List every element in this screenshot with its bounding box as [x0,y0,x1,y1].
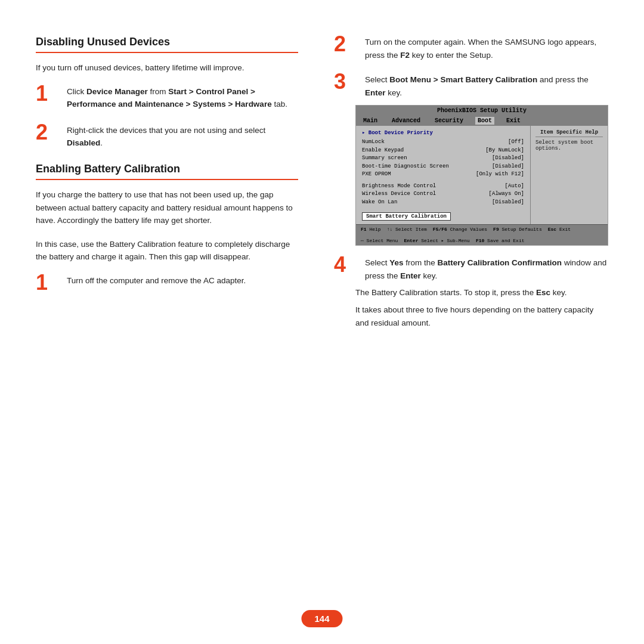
step-right-3-text: Select Boot Menu > Smart Battery Calibra… [365,73,608,99]
bios-footer-f10: F10 Save and Exit [476,238,525,243]
step-left-2: 2 Right-click the devices that you are n… [36,124,298,150]
bios-menu-bar: Main Advanced Security Boot Exit [356,116,608,126]
step-left-1-number: 1 [36,83,57,104]
page-number: 144 [301,610,342,627]
bios-group1: NumLock [Off] Enable Keypad [By NumLock]… [362,138,524,179]
step4-extra: The Battery Calibration starts. To stop … [355,286,608,330]
bios-group2: Brightness Mode Control [Auto] Wireless … [362,182,524,207]
step-left-2-text: Right-click the devices that you are not… [67,124,298,150]
step-battery-1: 1 Turn off the computer and remove the A… [36,274,298,293]
bios-row-summary: Summary screen [Disabled] [362,154,524,163]
bios-footer-lr: ↔ Select Menu [361,238,398,243]
bios-row-keypad: Enable Keypad [By NumLock] [362,147,524,155]
step-right-4: 4 Select Yes from the Battery Calibratio… [334,256,608,282]
section1-divider [36,52,298,53]
step-left-2-number: 2 [36,122,57,143]
bios-section-header: ▸ Boot Device Priority [362,129,524,136]
step-right-2-text: Turn on the computer again. When the SAM… [365,36,608,61]
bios-menu-advanced: Advanced [389,117,423,125]
section-disabling: Disabling Unused Devices If you turn off… [36,36,298,150]
step-left-1-text: Click Device Manager from Start > Contro… [67,85,298,111]
bios-main-panel: ▸ Boot Device Priority NumLock [Off] Ena… [356,126,530,224]
bios-menu-exit: Exit [504,117,523,125]
section1-intro: If you turn off unused devices, battery … [36,61,298,75]
bios-footer-f1: F1 Help [361,227,381,232]
section2-title: Enabling Battery Calibration [36,163,298,175]
section2-divider [36,179,298,180]
bios-row-pxe: PXE OPROM [Only with F12] [362,171,524,179]
step-right-2: 2 Turn on the computer again. When the S… [334,36,608,61]
step4-extra2: It takes about three to five hours depen… [355,304,608,329]
section1-title: Disabling Unused Devices [36,36,298,48]
step-right-2-number: 2 [334,33,355,55]
bios-calibration-button: Smart Battery Calibration [362,210,524,221]
bios-footer-esc: Esc Exit [548,227,571,232]
bios-help-text: Select system boot options. [535,140,603,151]
bios-footer-f9: F9 Setup Defaults [493,227,542,232]
bios-footer: F1 Help ↑↓ Select Item F5/F6 Change Valu… [356,224,608,245]
bios-footer-enter: Enter Select ▸ Sub-Menu [404,238,469,243]
bios-menu-boot: Boot [475,117,494,125]
bios-help-title: Item Specific Help [535,129,603,137]
bios-title: PhoenixBIOS Setup Utility [356,106,608,116]
left-column: Disabling Unused Devices If you turn off… [36,36,322,620]
section-battery: Enabling Battery Calibration If you char… [36,163,298,293]
bios-screenshot: PhoenixBIOS Setup Utility Main Advanced … [355,105,608,246]
step-right-3: 3 Select Boot Menu > Smart Battery Calib… [334,73,608,99]
bios-row-wireless: Wireless Device Control [Always On] [362,190,524,199]
section2-intro2: In this case, use the Battery Calibratio… [36,238,298,264]
bios-footer-updown: ↑↓ Select Item [387,227,427,232]
bios-row-wakeon: Wake On Lan [Disabled] [362,199,524,207]
step-right-3-number: 3 [334,71,355,92]
right-column: 2 Turn on the computer again. When the S… [322,36,608,620]
step-right-4-number: 4 [334,254,355,275]
step-left-1: 1 Click Device Manager from Start > Cont… [36,85,298,111]
bios-row-diagnostic: Boot-time Diagnostic Screen [Disabled] [362,163,524,171]
section2-intro1: If you charge the battery to use that ha… [36,188,298,227]
bios-row-brightness: Brightness Mode Control [Auto] [362,182,524,191]
bios-body: ▸ Boot Device Priority NumLock [Off] Ena… [356,126,608,224]
bios-menu-security: Security [432,117,466,125]
bios-menu-main: Main [361,117,380,125]
bios-footer-f5f6: F5/F6 Change Values [433,227,487,232]
bios-help-panel: Item Specific Help Select system boot op… [530,126,608,224]
step-right-4-text: Select Yes from the Battery Calibration … [365,256,608,282]
step-battery-1-number: 1 [36,272,57,293]
step4-extra1: The Battery Calibration starts. To stop … [355,286,608,299]
bios-row-numlock: NumLock [Off] [362,138,524,147]
step-battery-1-text: Turn off the computer and remove the AC … [67,274,246,287]
